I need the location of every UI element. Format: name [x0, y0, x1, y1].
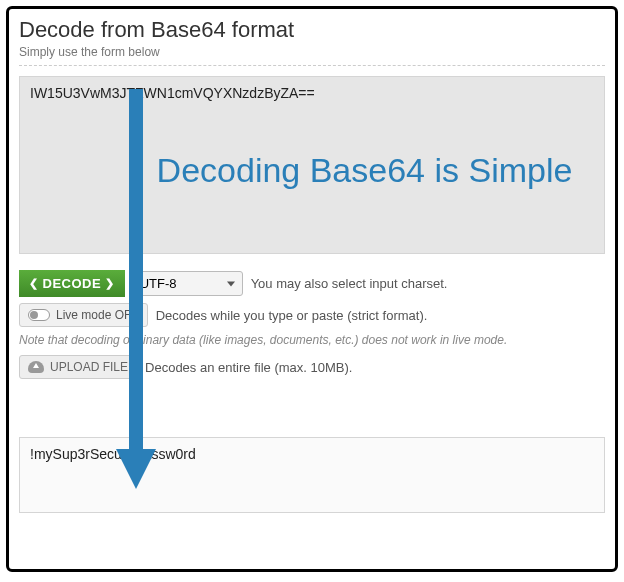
decode-button[interactable]: ❮ DECODE ❯ [19, 270, 125, 297]
controls: ❮ DECODE ❯ UTF-8 You may also select inp… [19, 270, 605, 379]
page-subtitle: Simply use the form below [19, 45, 605, 59]
page-title: Decode from Base64 format [19, 17, 605, 43]
charset-select[interactable]: UTF-8 [133, 271, 243, 296]
divider [19, 65, 605, 66]
live-mode-label: Live mode OFF [56, 308, 139, 322]
decode-button-label: DECODE [43, 276, 102, 291]
upload-file-button[interactable]: UPLOAD FILE [19, 355, 137, 379]
encoded-input[interactable] [19, 76, 605, 254]
chevron-right-icon: ❯ [105, 277, 115, 290]
charset-select-wrap: UTF-8 [133, 271, 243, 296]
live-mode-toggle[interactable]: Live mode OFF [19, 303, 148, 327]
charset-hint: You may also select input charset. [251, 276, 448, 291]
upload-label: UPLOAD FILE [50, 360, 128, 374]
live-mode-hint: Decodes while you type or paste (strict … [156, 308, 428, 323]
upload-icon [28, 361, 44, 373]
upload-hint: Decodes an entire file (max. 10MB). [145, 360, 352, 375]
live-mode-note: Note that decoding of binary data (like … [19, 333, 605, 347]
decoded-output[interactable]: !mySup3rSecurePassw0rd [19, 437, 605, 513]
toggle-icon [28, 309, 50, 321]
panel: Decode from Base64 format Simply use the… [6, 6, 618, 572]
chevron-left-icon: ❮ [29, 277, 39, 290]
